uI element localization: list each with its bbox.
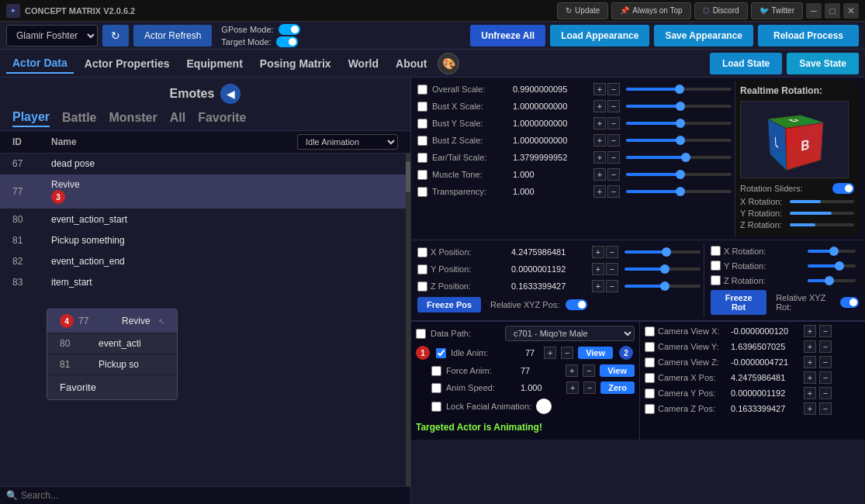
list-item[interactable]: 77 Revive 3 [0,174,410,209]
bust-z-slider[interactable] [626,139,732,142]
lock-facial-checkbox[interactable] [431,402,441,412]
z-pos-slider[interactable] [625,285,701,288]
cam-x-pos-plus[interactable]: + [804,371,816,384]
always-on-top-button[interactable]: 📌 Always on Top [611,2,690,19]
muscle-minus[interactable]: − [607,168,620,181]
xpos-plus[interactable]: + [592,246,604,258]
ypos-minus[interactable]: − [606,263,618,275]
cam-view-z-plus[interactable]: + [804,356,816,368]
list-item[interactable]: 81 Pickup something [0,230,410,251]
3d-cube[interactable]: B L D [776,119,811,162]
ptab-monster[interactable]: Monster [109,111,157,126]
rotation-sliders-toggle[interactable] [832,183,854,194]
y-pos-slider[interactable] [625,268,701,271]
target-toggle[interactable] [276,36,298,47]
freeze-pos-button[interactable]: Freeze Pos [417,297,481,312]
overall-scale-checkbox[interactable] [417,85,427,95]
update-button[interactable]: ↻ Update [557,2,608,19]
palette-button[interactable]: 🎨 [438,53,459,74]
y-rot-val-slider[interactable] [808,264,856,268]
data-path-checkbox[interactable] [416,329,426,339]
actor-select[interactable]: Glamir Foshter [6,25,98,47]
overall-scale-minus[interactable]: − [607,83,620,95]
list-item[interactable]: 67 dead pose [0,154,410,174]
x-pos-slider[interactable] [625,250,701,254]
cam-z-pos-plus[interactable]: + [804,402,816,415]
transparency-slider[interactable] [626,190,732,193]
bust-z-minus[interactable]: − [607,134,620,147]
twitter-button[interactable]: 🐦 Twitter [751,2,803,19]
ypos-plus[interactable]: + [592,263,604,275]
x-pos-checkbox[interactable] [417,247,427,257]
ctx-favorite-option[interactable]: Favorite [47,375,177,399]
cam-view-z-minus[interactable]: − [819,356,832,368]
bust-y-slider[interactable] [626,122,732,125]
cam-view-y-checkbox[interactable] [645,342,655,352]
scrollbar[interactable] [406,154,410,486]
save-state-button[interactable]: Save State [787,53,859,74]
scrollbar-thumb[interactable] [406,161,410,192]
transparency-minus[interactable]: − [607,185,620,198]
ptab-all[interactable]: All [170,111,185,126]
bust-x-minus[interactable]: − [607,100,620,112]
cam-x-pos-checkbox[interactable] [645,373,655,383]
anim-speed-minus[interactable]: − [583,381,596,394]
gpose-toggle[interactable] [279,24,300,35]
ctx-menu-item-81[interactable]: 81 Pickup so [47,354,177,375]
close-button[interactable]: ✕ [843,3,859,19]
muscle-slider[interactable] [626,173,732,176]
bust-z-plus[interactable]: + [593,134,606,147]
anim-speed-zero-button[interactable]: Zero [600,381,635,394]
actor-refresh-button[interactable]: Actor Refresh [133,25,212,47]
zpos-minus[interactable]: − [606,280,618,292]
ctx-menu-item-80[interactable]: 80 event_acti [47,333,177,354]
ear-checkbox[interactable] [417,153,427,163]
cam-view-y-plus[interactable]: + [804,340,816,353]
bust-x-slider[interactable] [626,105,732,108]
data-path-select[interactable]: c701 - Miqo'te Male [505,326,635,341]
tab-world[interactable]: World [342,54,385,73]
z-rotation-slider[interactable] [790,223,854,226]
xpos-minus[interactable]: − [606,246,618,258]
muscle-checkbox[interactable] [417,170,427,180]
cam-view-y-minus[interactable]: − [819,340,832,353]
cam-view-x-plus[interactable]: + [804,325,816,337]
tab-equipment[interactable]: Equipment [181,54,249,73]
bust-x-checkbox[interactable] [417,102,427,112]
list-item[interactable]: 80 event_action_start [0,209,410,230]
force-anim-plus[interactable]: + [566,364,578,377]
force-anim-checkbox[interactable] [431,366,441,376]
ptab-player[interactable]: Player [12,110,50,127]
freeze-rot-button[interactable]: Freeze Rot [711,290,766,315]
bust-y-minus[interactable]: − [607,117,620,129]
search-input[interactable] [21,490,404,501]
force-anim-minus[interactable]: − [583,364,595,377]
idle-anim-minus[interactable]: − [561,347,573,359]
cam-y-pos-minus[interactable]: − [819,387,832,399]
maximize-button[interactable]: □ [825,3,840,19]
lock-facial-toggle[interactable] [536,399,552,414]
refresh-icon-button[interactable]: ↻ [102,25,129,47]
cam-z-pos-checkbox[interactable] [645,404,655,414]
zpos-plus[interactable]: + [592,280,604,292]
transparency-plus[interactable]: + [593,185,606,198]
ear-minus[interactable]: − [607,151,620,164]
tab-actor-data[interactable]: Actor Data [6,54,74,74]
bust-x-plus[interactable]: + [593,100,606,112]
x-rot-val-slider[interactable] [808,250,856,253]
ear-plus[interactable]: + [593,151,606,164]
anim-speed-plus[interactable]: + [566,381,579,394]
ctx-menu-item-77[interactable]: 4 77 Revive ↖ [47,309,177,333]
cam-view-x-minus[interactable]: − [819,325,832,337]
y-rot-checkbox[interactable] [711,261,721,271]
z-rot-val-slider[interactable] [808,279,856,282]
z-pos-checkbox[interactable] [417,281,427,292]
list-item[interactable]: 83 item_start [0,272,410,293]
tab-about[interactable]: About [389,54,433,73]
bust-y-checkbox[interactable] [417,119,427,129]
bust-z-checkbox[interactable] [417,136,427,146]
bust-y-plus[interactable]: + [593,117,606,129]
relative-xyz-rot-toggle[interactable] [840,297,859,308]
ptab-favorite[interactable]: Favorite [198,111,246,126]
cam-y-pos-plus[interactable]: + [804,387,816,399]
